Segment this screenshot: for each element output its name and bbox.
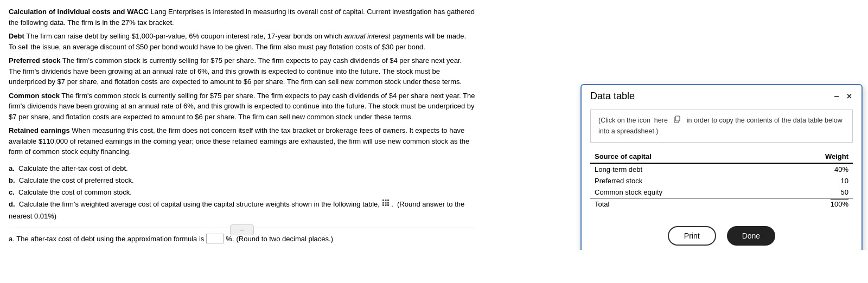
footer-weight: 100% <box>775 198 853 210</box>
svg-rect-10 <box>675 116 680 121</box>
row3-source: Common stock equity <box>590 186 775 198</box>
row1-source: Long-term debt <box>590 163 775 175</box>
common-stock-section: Common stock The firm's common stock is … <box>9 91 475 123</box>
modal-title: Data table <box>590 91 635 102</box>
modal-note: (Click on the icon here in order to copy… <box>590 110 853 143</box>
row2-weight: 10 <box>775 175 853 186</box>
main-content: Calculation of individual costs and WACC… <box>9 7 475 243</box>
retained-earnings-label: Retained earnings <box>9 126 70 134</box>
print-button[interactable]: Print <box>668 226 716 246</box>
question-d: d. Calculate the firm's weighted average… <box>9 198 475 223</box>
retained-earnings-text: When measuring this cost, the firm does … <box>9 126 469 156</box>
preferred-stock-label: Preferred stock <box>9 56 60 65</box>
table-row: Long-term debt 40% <box>590 163 853 175</box>
svg-rect-4 <box>385 202 386 204</box>
collapse-button[interactable]: ··· <box>230 224 254 235</box>
table-footer-row: Total 100% <box>590 198 853 210</box>
debt-section: Debt The firm can raise debt by selling … <box>9 31 475 52</box>
question-b: b. Calculate the cost of preferred stock… <box>9 175 475 186</box>
note-open-paren: (Click on the icon here <box>598 117 672 124</box>
question-c: c. Calculate the cost of common stock. <box>9 186 475 198</box>
modal-overlay: Data table − × (Click on the icon here i… <box>580 84 863 250</box>
svg-rect-5 <box>387 202 389 204</box>
row2-source: Preferred stock <box>590 175 775 186</box>
grid-icon-inline[interactable] <box>382 198 390 210</box>
svg-rect-7 <box>385 204 386 206</box>
answer-unit: %. <box>226 235 234 243</box>
svg-rect-6 <box>382 204 384 206</box>
answer-note: (Round to two decimal places.) <box>237 235 333 243</box>
minimize-button[interactable]: − <box>833 92 840 101</box>
row3-weight: 50 <box>775 186 853 198</box>
table-row: Common stock equity 50 <box>590 186 853 198</box>
questions-section: a. Calculate the after-tax cost of debt.… <box>9 163 475 223</box>
data-table: Source of capital Weight Long-term debt … <box>590 150 853 210</box>
modal-controls: − × <box>833 92 853 101</box>
preferred-stock-section: Preferred stock The firm's common stock … <box>9 55 475 87</box>
svg-rect-3 <box>382 202 384 204</box>
close-button[interactable]: × <box>846 92 853 101</box>
row1-weight: 40% <box>775 163 853 175</box>
debt-text: The firm can raise debt by selling $1,00… <box>9 32 466 51</box>
col-source-header: Source of capital <box>590 150 775 163</box>
modal-header: Data table − × <box>582 85 861 105</box>
answer-prefix: a. The after-tax cost of debt using the … <box>9 235 204 243</box>
common-stock-label: Common stock <box>9 92 60 100</box>
answer-input[interactable] <box>206 234 224 243</box>
svg-rect-1 <box>385 200 386 201</box>
debt-label: Debt <box>9 32 24 40</box>
svg-rect-2 <box>387 200 389 201</box>
main-title: Calculation of individual costs and WACC <box>9 8 149 16</box>
footer-source: Total <box>590 198 775 210</box>
common-stock-text: The firm's common stock is currently sel… <box>9 92 475 121</box>
done-button[interactable]: Done <box>727 226 775 246</box>
svg-rect-0 <box>382 200 384 201</box>
retained-earnings-section: Retained earnings When measuring this co… <box>9 125 475 157</box>
divider-row: ··· <box>9 228 475 228</box>
intro-block: Calculation of individual costs and WACC… <box>9 7 475 28</box>
col-weight-header: Weight <box>775 150 853 163</box>
data-table-modal: Data table − × (Click on the icon here i… <box>580 84 863 250</box>
modal-body: (Click on the icon here in order to copy… <box>582 105 861 221</box>
svg-rect-8 <box>387 204 389 206</box>
preferred-stock-text: The firm's common stock is currently sel… <box>9 56 462 86</box>
table-row: Preferred stock 10 <box>590 175 853 186</box>
modal-footer: Print Done <box>582 221 861 250</box>
copy-icon[interactable] <box>673 115 681 126</box>
question-a: a. Calculate the after-tax cost of debt. <box>9 163 475 175</box>
